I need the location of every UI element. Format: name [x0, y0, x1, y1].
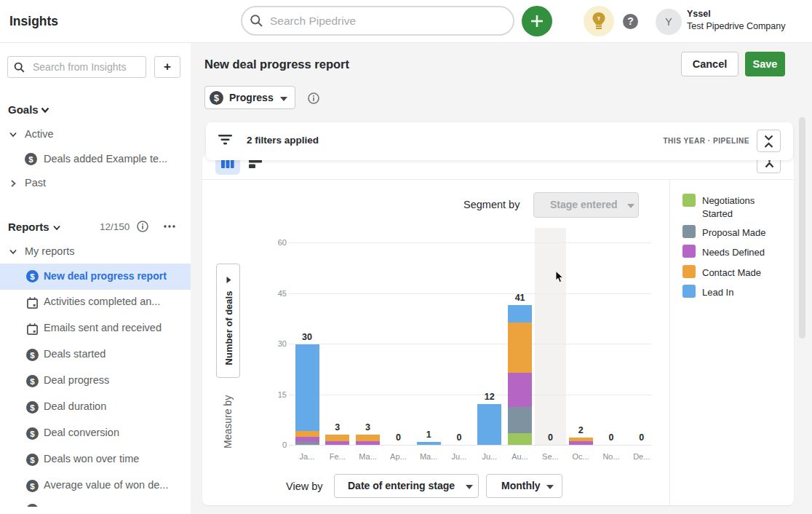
svg-text:$: $: [30, 455, 35, 464]
svg-text:$: $: [30, 272, 35, 280]
svg-text:$: $: [28, 155, 33, 164]
svg-text:$: $: [30, 350, 35, 359]
svg-text:$: $: [30, 481, 35, 490]
svg-text:$: $: [30, 376, 35, 385]
svg-text:$: $: [30, 403, 35, 411]
svg-text:$: $: [214, 93, 219, 103]
svg-text:$: $: [30, 429, 35, 438]
